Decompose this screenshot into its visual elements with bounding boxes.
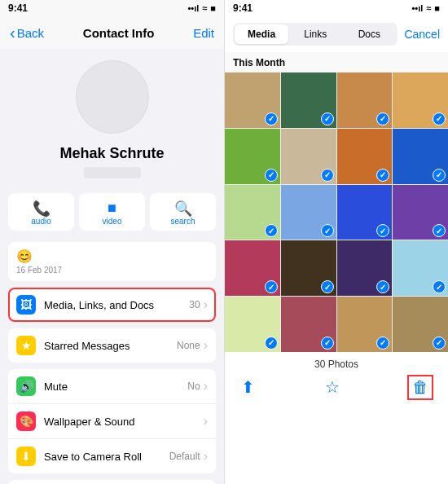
selection-count: 30 Photos [225, 352, 448, 372]
bottom-toolbar: ⬆︎ ☆ 🗑 [225, 372, 448, 407]
media-thumb[interactable]: ✓ [393, 129, 448, 184]
segment-row: Media Links Docs Cancel [225, 16, 448, 52]
status-card[interactable]: 😊 16 Feb 2017 [8, 242, 216, 281]
action-buttons: 📞 audio ■ video 🔍 search [0, 187, 224, 237]
media-thumb[interactable]: ✓ [337, 297, 393, 352]
media-thumb[interactable]: ✓ [225, 240, 280, 296]
media-thumb[interactable]: ✓ [281, 297, 336, 352]
media-thumb[interactable]: ✓ [393, 185, 448, 240]
selected-checkmark-icon: ✓ [376, 112, 389, 125]
media-count: 30 [189, 299, 200, 310]
video-button[interactable]: ■ video [79, 193, 145, 231]
status-date: 16 Feb 2017 [16, 266, 208, 275]
media-thumb[interactable]: ✓ [337, 185, 393, 240]
wallpaper-row[interactable]: 🎨 Wallpaper & Sound › [8, 403, 216, 438]
media-picker-pane: 9:41 ••ıl ≈ ■ Media Links Docs Cancel Th… [224, 0, 448, 484]
search-button[interactable]: 🔍 search [150, 193, 216, 231]
camera-roll-label: Save to Camera Roll [44, 451, 169, 463]
starred-value: None [177, 340, 200, 351]
chevron-right-icon: › [204, 297, 208, 312]
disappearing-row[interactable]: ⏱ Disappearing Messages Off › [8, 480, 216, 484]
chevron-right-icon: › [204, 379, 208, 394]
selected-checkmark-icon: ✓ [321, 169, 334, 182]
tab-media[interactable]: Media [235, 24, 288, 44]
media-links-docs-row[interactable]: 🖼 Media, Links, and Docs 30 › [8, 288, 216, 322]
cancel-button[interactable]: Cancel [404, 28, 440, 41]
signal-icon: ••ıl [411, 3, 423, 13]
media-thumb[interactable]: ✓ [281, 185, 336, 240]
media-thumb[interactable]: ✓ [281, 73, 336, 128]
media-links-docs-card: 🖼 Media, Links, and Docs 30 › [8, 288, 216, 322]
wallpaper-label: Wallpaper & Sound [44, 416, 200, 428]
status-icons: ••ıl ≈ ■ [411, 3, 440, 13]
video-label: video [79, 217, 145, 226]
media-thumb[interactable]: ✓ [337, 240, 393, 296]
delete-button[interactable]: 🗑 [409, 376, 432, 398]
media-thumb[interactable]: ✓ [225, 129, 280, 184]
settings-card: 🔊 Mute No › 🎨 Wallpaper & Sound › ⬇ Save… [8, 369, 216, 473]
tab-docs[interactable]: Docs [342, 24, 396, 44]
selected-checkmark-icon: ✓ [376, 337, 389, 350]
audio-button[interactable]: 📞 audio [8, 193, 74, 231]
contact-info-pane: 9:41 ••ıl ≈ ■ ‹ Back Contact Info Edit M… [0, 0, 224, 484]
edit-button[interactable]: Edit [193, 26, 214, 40]
selected-checkmark-icon: ✓ [376, 280, 389, 293]
selected-checkmark-icon: ✓ [321, 337, 334, 350]
mute-row[interactable]: 🔊 Mute No › [8, 369, 216, 403]
download-icon: ⬇ [16, 447, 36, 466]
media-thumb[interactable]: ✓ [225, 297, 280, 352]
selected-checkmark-icon: ✓ [265, 169, 278, 182]
selected-checkmark-icon: ✓ [265, 337, 278, 350]
selected-checkmark-icon: ✓ [265, 280, 278, 293]
back-label: Back [17, 26, 44, 40]
selected-checkmark-icon: ✓ [321, 224, 334, 237]
wallpaper-icon: 🎨 [16, 411, 36, 431]
status-time: 9:41 [8, 2, 28, 14]
media-thumb[interactable]: ✓ [281, 129, 336, 184]
media-icon: 🖼 [16, 295, 36, 315]
media-thumb[interactable]: ✓ [281, 240, 336, 296]
selected-checkmark-icon: ✓ [265, 112, 278, 125]
battery-icon: ■ [434, 3, 440, 13]
camera-roll-value: Default [169, 451, 200, 462]
selected-checkmark-icon: ✓ [321, 280, 334, 293]
contact-name: Mehak Schrute [0, 145, 224, 162]
status-icons: ••ıl ≈ ■ [187, 3, 216, 13]
contact-tag [84, 167, 141, 178]
mute-label: Mute [44, 381, 187, 393]
share-icon: ⬆︎ [241, 378, 255, 396]
selected-checkmark-icon: ✓ [433, 112, 446, 125]
selected-checkmark-icon: ✓ [433, 224, 446, 237]
media-thumb[interactable]: ✓ [393, 240, 448, 296]
media-thumb[interactable]: ✓ [337, 129, 393, 184]
media-thumb[interactable]: ✓ [337, 73, 393, 128]
segment-control: Media Links Docs [233, 23, 397, 46]
media-thumb[interactable]: ✓ [393, 297, 448, 352]
mute-value: No [187, 381, 200, 392]
battery-icon: ■ [210, 3, 216, 13]
page-title: Contact Info [83, 26, 155, 40]
chevron-right-icon: › [204, 414, 208, 429]
media-thumb[interactable]: ✓ [393, 73, 448, 128]
media-thumb[interactable]: ✓ [225, 185, 280, 240]
camera-roll-row[interactable]: ⬇ Save to Camera Roll Default › [8, 438, 216, 473]
selected-checkmark-icon: ✓ [376, 169, 389, 182]
starred-card: ★ Starred Messages None › [8, 328, 216, 363]
star-button[interactable]: ☆ [325, 377, 340, 397]
selected-checkmark-icon: ✓ [376, 224, 389, 237]
back-button[interactable]: ‹ Back [10, 24, 44, 41]
media-thumb[interactable]: ✓ [225, 73, 280, 128]
avatar[interactable] [76, 60, 149, 134]
wifi-icon: ≈ [202, 3, 207, 13]
share-button[interactable]: ⬆︎ [241, 377, 255, 397]
tab-links[interactable]: Links [288, 24, 342, 44]
starred-messages-row[interactable]: ★ Starred Messages None › [8, 328, 216, 363]
search-icon: 🔍 [150, 200, 216, 214]
chevron-right-icon: › [204, 338, 208, 353]
video-icon: ■ [79, 200, 145, 214]
search-label: search [150, 217, 216, 226]
star-icon: ☆ [325, 378, 340, 396]
chevron-right-icon: › [204, 449, 208, 464]
media-grid: ✓✓✓✓✓✓✓✓✓✓✓✓✓✓✓✓✓✓✓✓ [225, 73, 448, 352]
selected-checkmark-icon: ✓ [321, 112, 334, 125]
